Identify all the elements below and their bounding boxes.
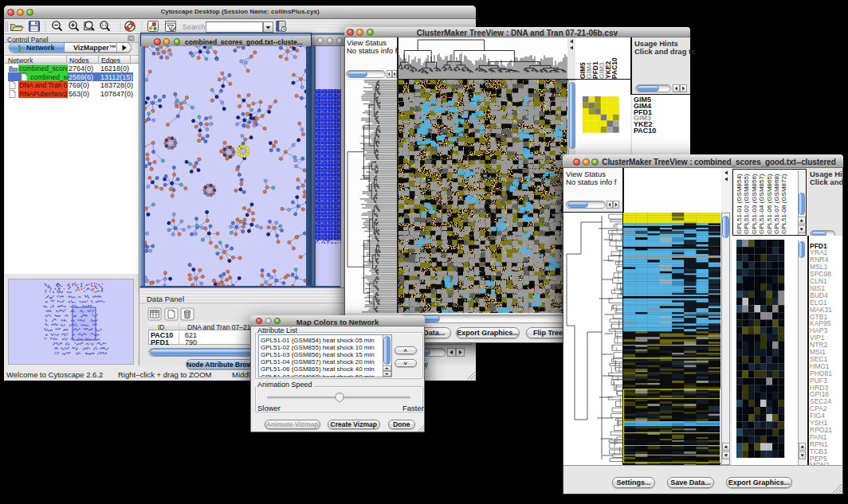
svg-text:1:1: 1:1 xyxy=(101,23,107,27)
